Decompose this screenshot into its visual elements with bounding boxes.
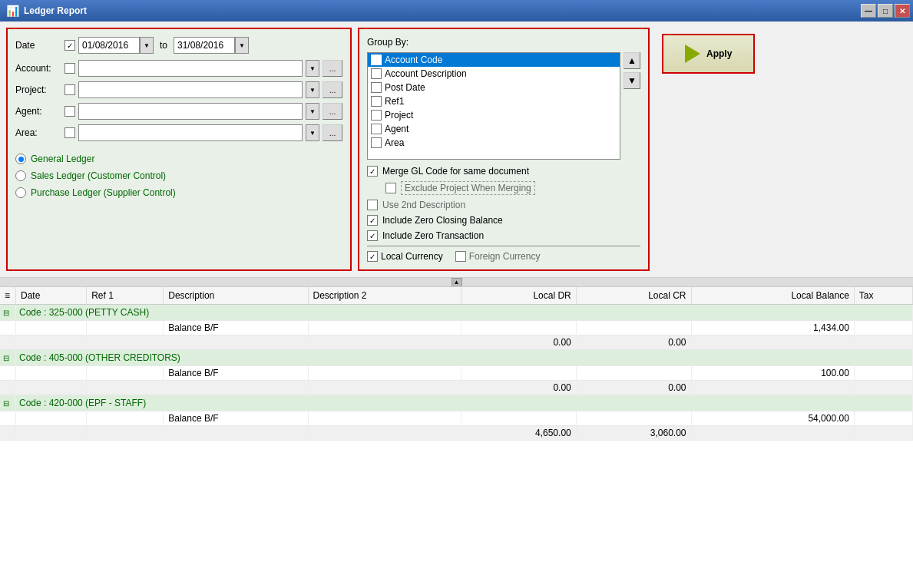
groupby-item-5[interactable]: Agent — [368, 122, 620, 136]
use-2nd-desc-row: Use 2nd Description — [367, 200, 640, 210]
foreign-currency-checkbox[interactable] — [455, 251, 466, 262]
col-local-cr: Local CR — [576, 287, 691, 305]
date-from-input[interactable] — [78, 37, 140, 54]
agent-dropdown-btn[interactable]: ▼ — [306, 103, 319, 120]
group-row-1[interactable]: ⊟ Code : 405-000 (OTHER CREDITORS) — [0, 350, 913, 366]
cell-local-balance: 54,000.00 — [691, 411, 854, 426]
groupby-item-checkbox-2[interactable] — [371, 82, 382, 93]
minimize-button[interactable]: — — [861, 4, 876, 18]
purchase-ledger-radio[interactable] — [15, 187, 26, 198]
groupby-item-checkbox-4[interactable] — [371, 110, 382, 121]
sub-icon — [0, 335, 16, 350]
move-up-btn[interactable]: ▲ — [624, 52, 640, 69]
merge-gl-row: Merge GL Code for same document — [367, 166, 640, 177]
apply-arrow-icon — [685, 45, 700, 63]
sub-tax — [854, 381, 912, 395]
sub-ref1 — [87, 381, 164, 395]
data-row-2-0: Balance B/F 54,000.00 — [0, 411, 913, 426]
cell-tax — [854, 321, 912, 335]
cell-local-balance: 100.00 — [691, 366, 854, 381]
group-expand-2[interactable]: ⊟ — [0, 395, 16, 411]
purchase-ledger-option[interactable]: Purchase Ledger (Supplier Control) — [15, 187, 342, 198]
groupby-item-checkbox-5[interactable] — [371, 124, 382, 134]
groupby-item-6[interactable]: Area — [368, 136, 620, 150]
agent-browse-btn[interactable]: ... — [323, 103, 342, 120]
exclude-project-checkbox[interactable] — [385, 183, 396, 193]
project-input[interactable] — [78, 81, 303, 98]
scroll-handle[interactable]: ▲ — [0, 277, 913, 286]
groupby-list[interactable]: Account CodeAccount DescriptionPost Date… — [367, 52, 620, 160]
date-row: Date ▼ to ▼ — [15, 37, 342, 54]
groupby-title: Group By: — [367, 37, 640, 48]
area-browse-btn[interactable]: ... — [323, 124, 342, 141]
group-label-0: Code : 325-000 (PETTY CASH) — [16, 305, 913, 321]
account-dropdown-btn[interactable]: ▼ — [306, 60, 319, 77]
account-browse-btn[interactable]: ... — [323, 60, 342, 77]
scroll-up-btn[interactable]: ▲ — [452, 278, 462, 287]
project-checkbox[interactable] — [65, 84, 75, 95]
date-from-dropdown[interactable]: ▼ — [140, 37, 154, 54]
groupby-item-4[interactable]: Project — [368, 108, 620, 122]
group-label-2: Code : 420-000 (EPF - STAFF) — [16, 395, 913, 411]
general-ledger-radio[interactable] — [15, 154, 26, 164]
date-checkbox[interactable] — [65, 40, 75, 51]
close-button[interactable]: ✕ — [895, 4, 910, 18]
sub-balance — [691, 381, 854, 395]
project-dropdown-btn[interactable]: ▼ — [306, 81, 319, 98]
groupby-item-checkbox-0[interactable] — [371, 55, 382, 65]
groupby-item-0[interactable]: Account Code — [368, 53, 620, 67]
main-window: Date ▼ to ▼ Account: ▼ ... — [0, 21, 913, 588]
groupby-item-1[interactable]: Account Description — [368, 67, 620, 81]
table-wrapper[interactable]: ≡ Date Ref 1 Description Description 2 L… — [0, 287, 913, 588]
agent-input[interactable] — [78, 103, 303, 120]
sub-ref1 — [87, 335, 164, 350]
date-to-combo: ▼ — [174, 37, 249, 54]
account-row: Account: ▼ ... — [15, 60, 342, 77]
include-zero-trans-checkbox[interactable] — [367, 230, 378, 241]
cell-local-dr — [461, 366, 576, 381]
data-row-1-0: Balance B/F 100.00 — [0, 366, 913, 381]
ledger-type-group: General Ledger Sales Ledger (Customer Co… — [15, 154, 342, 198]
account-input[interactable] — [78, 60, 303, 77]
group-row-2[interactable]: ⊟ Code : 420-000 (EPF - STAFF) — [0, 395, 913, 411]
include-zero-closing-row: Include Zero Closing Balance — [367, 215, 640, 226]
general-ledger-option[interactable]: General Ledger — [15, 154, 342, 164]
date-to-input[interactable] — [174, 37, 235, 54]
sales-ledger-radio[interactable] — [15, 170, 26, 181]
account-checkbox[interactable] — [65, 63, 75, 74]
cell-ref1 — [87, 366, 164, 381]
groupby-item-checkbox-3[interactable] — [371, 96, 382, 107]
area-checkbox[interactable] — [65, 127, 75, 138]
use-2nd-desc-checkbox[interactable] — [367, 200, 378, 210]
ledger-table: ≡ Date Ref 1 Description Description 2 L… — [0, 287, 913, 441]
date-to-dropdown[interactable]: ▼ — [235, 37, 249, 54]
use-2nd-desc-label: Use 2nd Description — [382, 200, 465, 210]
local-currency-checkbox[interactable] — [367, 251, 378, 262]
window-title: Ledger Report — [24, 5, 87, 16]
subtotal-row-2: 4,650.00 3,060.00 — [0, 426, 913, 441]
group-expand-0[interactable]: ⊟ — [0, 305, 16, 321]
group-expand-1[interactable]: ⊟ — [0, 350, 16, 366]
group-row-0[interactable]: ⊟ Code : 325-000 (PETTY CASH) — [0, 305, 913, 321]
general-ledger-label: General Ledger — [31, 154, 94, 164]
move-down-btn[interactable]: ▼ — [624, 72, 640, 89]
maximize-button[interactable]: □ — [878, 4, 893, 18]
groupby-item-checkbox-6[interactable] — [371, 137, 382, 148]
groupby-item-3[interactable]: Ref1 — [368, 94, 620, 108]
table-body: ⊟ Code : 325-000 (PETTY CASH) Balance B/… — [0, 305, 913, 441]
area-dropdown-btn[interactable]: ▼ — [306, 124, 319, 141]
groupby-item-checkbox-1[interactable] — [371, 68, 382, 79]
project-browse-btn[interactable]: ... — [323, 81, 342, 98]
local-currency-label: Local Currency — [381, 251, 443, 262]
groupby-item-label-3: Ref1 — [385, 96, 404, 107]
merge-gl-checkbox[interactable] — [367, 166, 378, 177]
apply-button[interactable]: Apply — [662, 34, 755, 74]
agent-checkbox[interactable] — [65, 106, 75, 117]
sales-ledger-option[interactable]: Sales Ledger (Customer Control) — [15, 170, 342, 181]
include-zero-trans-row: Include Zero Transaction — [367, 230, 640, 241]
filter-panel: Date ▼ to ▼ Account: ▼ ... — [6, 28, 352, 271]
include-zero-closing-checkbox[interactable] — [367, 215, 378, 226]
groupby-item-2[interactable]: Post Date — [368, 81, 620, 94]
groupby-item-label-1: Account Description — [385, 68, 467, 79]
area-input[interactable] — [78, 124, 303, 141]
